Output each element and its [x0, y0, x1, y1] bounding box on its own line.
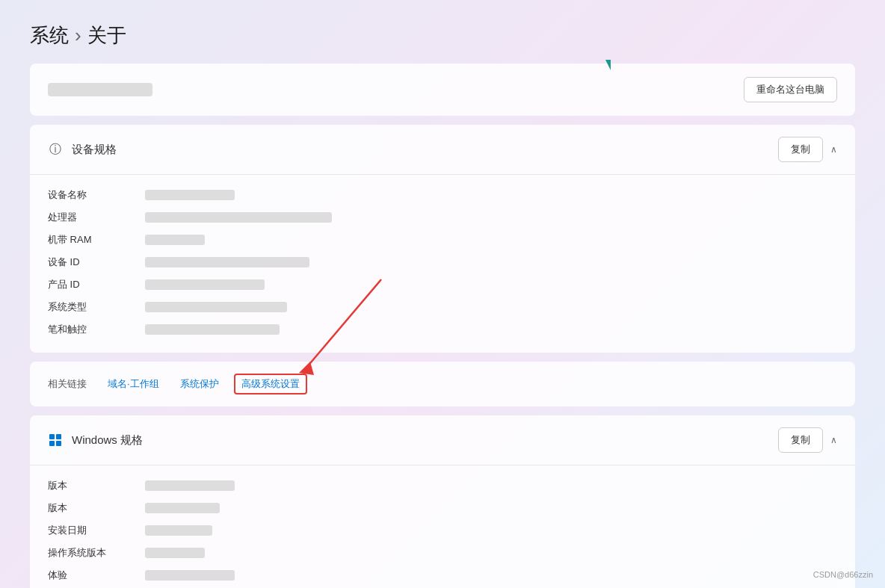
windows-specs-header: Windows 规格 复制 ∧ [30, 415, 855, 465]
spec-label-processor: 处理器 [48, 211, 115, 224]
device-specs-chevron-icon: ∧ [830, 144, 837, 155]
computer-name-card: 重命名这台电脑 [30, 64, 855, 116]
table-row: 产品 ID [48, 273, 837, 296]
rename-computer-button[interactable]: 重命名这台电脑 [744, 77, 837, 102]
computer-name-placeholder [48, 83, 152, 96]
spec-label-system-type: 系统类型 [48, 300, 115, 314]
windows-specs-header-right: 复制 ∧ [778, 427, 837, 453]
spec-value-device-id [145, 257, 309, 267]
device-specs-header-right: 复制 ∧ [778, 137, 837, 162]
breadcrumb-about: 关于 [87, 22, 126, 49]
spec-value-ram [145, 235, 205, 245]
spec-label-device-id: 设备 ID [48, 256, 115, 269]
table-row: 设备名称 [48, 184, 837, 206]
windows-specs-chevron-icon: ∧ [830, 435, 837, 445]
advanced-system-settings-link[interactable]: 高级系统设置 [234, 374, 307, 394]
windows-spec-rows: 版本 版本 安装日期 操作系统版本 体验 Microsoft 服务协议 Micr… [30, 465, 855, 588]
breadcrumb-separator: › [75, 24, 81, 47]
table-row: 安装日期 [48, 519, 837, 542]
spec-value-system-type [145, 302, 287, 312]
spec-value-product-id [145, 279, 265, 290]
spec-label-pen-touch: 笔和触控 [48, 323, 115, 336]
spec-value-os-version [145, 548, 205, 558]
spec-value-edition [145, 480, 235, 491]
domain-workgroup-link[interactable]: 域名·工作组 [102, 374, 165, 394]
table-row: 版本 [48, 474, 837, 497]
table-row: 体验 [48, 564, 837, 587]
spec-label-product-id: 产品 ID [48, 278, 115, 291]
device-specs-copy-button[interactable]: 复制 [778, 137, 823, 162]
csdn-watermark: CSDN@d66zzin [813, 570, 873, 579]
spec-value-pen-touch [145, 324, 280, 335]
spec-label-edition: 版本 [48, 479, 115, 492]
system-protection-link[interactable]: 系统保护 [174, 374, 225, 394]
windows-specs-copy-button[interactable]: 复制 [778, 427, 823, 453]
device-specs-rows: 设备名称 处理器 机带 RAM 设备 ID 产品 ID 系统类型 笔和触控 [30, 175, 855, 353]
spec-value-processor [145, 212, 332, 223]
table-row: 版本 [48, 497, 837, 519]
spec-value-install-date [145, 525, 212, 536]
spec-value-device-name [145, 190, 235, 200]
table-row: 操作系统版本 [48, 542, 837, 564]
annotation-container: 相关链接 域名·工作组 系统保护 高级系统设置 [30, 362, 855, 406]
breadcrumb-system: 系统 [30, 22, 69, 49]
related-links-label: 相关链接 [48, 377, 87, 391]
table-row: 处理器 [48, 206, 837, 229]
spec-label-install-date: 安装日期 [48, 524, 115, 537]
device-specs-header: ⓘ 设备规格 复制 ∧ [30, 125, 855, 175]
spec-label-version: 版本 [48, 501, 115, 515]
device-specs-section: ⓘ 设备规格 复制 ∧ 设备名称 处理器 机带 RAM 设备 ID 产品 ID [30, 125, 855, 353]
windows-specs-title: Windows 规格 [72, 433, 143, 448]
windows-specs-header-left: Windows 规格 [48, 433, 143, 448]
windows-specs-section: Windows 规格 复制 ∧ 版本 版本 安装日期 操作系统版本 体验 Mic… [30, 415, 855, 588]
device-specs-title: 设备规格 [72, 143, 117, 157]
table-row: 机带 RAM [48, 229, 837, 251]
spec-label-experience: 体验 [48, 569, 115, 582]
spec-value-version [145, 503, 220, 513]
windows-logo-icon [48, 433, 63, 448]
table-row: 笔和触控 [48, 318, 837, 341]
related-links-card: 相关链接 域名·工作组 系统保护 高级系统设置 [30, 362, 855, 406]
spec-label-device-name: 设备名称 [48, 188, 115, 202]
spec-label-os-version: 操作系统版本 [48, 546, 115, 560]
page-breadcrumb: 系统 › 关于 [30, 22, 855, 49]
spec-label-ram: 机带 RAM [48, 233, 115, 247]
spec-value-experience [145, 570, 235, 581]
device-specs-header-left: ⓘ 设备规格 [48, 142, 117, 157]
device-specs-icon: ⓘ [48, 142, 63, 157]
table-row: 设备 ID [48, 251, 837, 273]
table-row: 系统类型 [48, 296, 837, 318]
